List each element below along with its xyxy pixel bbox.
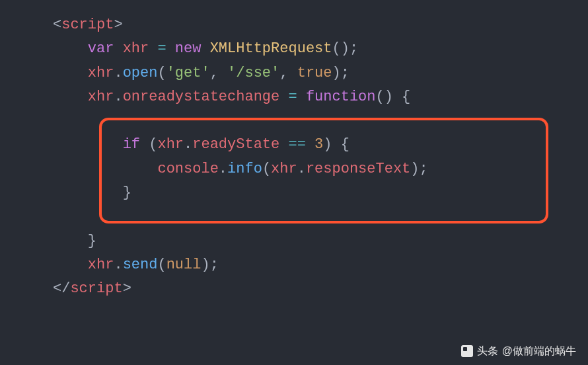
lparen: ( [262, 161, 271, 177]
code-line-8: } [53, 181, 588, 205]
dot: . [184, 136, 192, 153]
dot: . [114, 65, 122, 81]
code-line-4: xhr.onreadystatechange = function() { [53, 85, 588, 109]
paren-pair: () [332, 40, 349, 57]
tag-open-bracket: </ [53, 280, 70, 297]
tag-name-open: script [61, 17, 114, 33]
method-send: send [123, 257, 158, 273]
tag-close-bracket: > [123, 280, 131, 297]
tag-close-bracket: > [114, 17, 122, 33]
watermark-label: 头条 [477, 343, 498, 360]
op-assign: = [157, 40, 166, 57]
dot: . [114, 257, 122, 273]
semicolon: ; [210, 257, 219, 273]
dot: . [219, 161, 227, 177]
var-xhr: xhr [123, 40, 149, 57]
code-line-6: if (xhr.readyState == 3) { [53, 133, 588, 157]
lparen: ( [157, 257, 166, 273]
var-xhr: xhr [88, 65, 114, 81]
var-console: console [157, 161, 218, 177]
lparen: ( [149, 136, 157, 153]
tag-name-close: script [70, 280, 122, 297]
rbrace: } [88, 233, 96, 249]
op-eq: == [288, 136, 305, 153]
comma: , [210, 65, 219, 81]
method-info: info [227, 161, 262, 177]
string-sse: '/sse' [227, 65, 279, 81]
code-line-3: xhr.open('get', '/sse', true); [53, 61, 588, 85]
semicolon: ; [341, 65, 349, 81]
lbrace: { [341, 136, 349, 153]
toutiao-icon [461, 345, 473, 357]
code-line-1: <script> [53, 13, 588, 37]
paren-pair: () [376, 89, 393, 105]
semicolon: ; [420, 161, 428, 177]
code-line-7: console.info(xhr.responseText); [53, 157, 588, 181]
code-line-2: var xhr = new XMLHttpRequest(); [53, 37, 588, 61]
dot: . [297, 161, 306, 177]
code-line-5 [53, 109, 588, 133]
code-line-10: } [53, 229, 588, 253]
op-assign: = [288, 89, 297, 105]
class-xmlhttprequest: XMLHttpRequest [210, 40, 332, 57]
rparen: ) [410, 161, 419, 177]
rparen: ) [201, 257, 209, 273]
prop-responsetext: responseText [306, 161, 410, 177]
prop-readystate: readyState [192, 136, 279, 153]
rbrace: } [123, 184, 131, 201]
var-xhr: xhr [88, 257, 114, 273]
code-line-12: </script> [53, 277, 588, 301]
keyword-new: new [175, 40, 202, 57]
lparen: ( [157, 65, 166, 81]
boolean-true: true [297, 65, 332, 81]
keyword-function: function [306, 89, 376, 105]
keyword-null: null [166, 257, 202, 273]
dot: . [114, 89, 122, 105]
tag-open-bracket: < [53, 17, 61, 33]
keyword-if: if [123, 136, 140, 153]
method-open: open [123, 65, 158, 81]
code-line-9 [53, 205, 588, 229]
string-get: 'get' [166, 65, 210, 81]
rparen: ) [323, 136, 332, 153]
var-xhr: xhr [88, 89, 114, 105]
prop-onreadystatechange: onreadystatechange [123, 89, 280, 105]
code-line-11: xhr.send(null); [53, 253, 588, 277]
comma: , [279, 65, 288, 81]
rparen: ) [332, 65, 341, 81]
keyword-var: var [88, 40, 114, 57]
var-xhr: xhr [271, 161, 297, 177]
lbrace: { [402, 89, 410, 105]
watermark: 头条 @做前端的蜗牛 [461, 343, 576, 360]
var-xhr: xhr [157, 136, 184, 153]
watermark-handle: @做前端的蜗牛 [502, 343, 576, 360]
number-3: 3 [314, 136, 323, 153]
code-block: <script> var xhr = new XMLHttpRequest();… [26, 13, 588, 302]
semicolon: ; [349, 40, 358, 57]
